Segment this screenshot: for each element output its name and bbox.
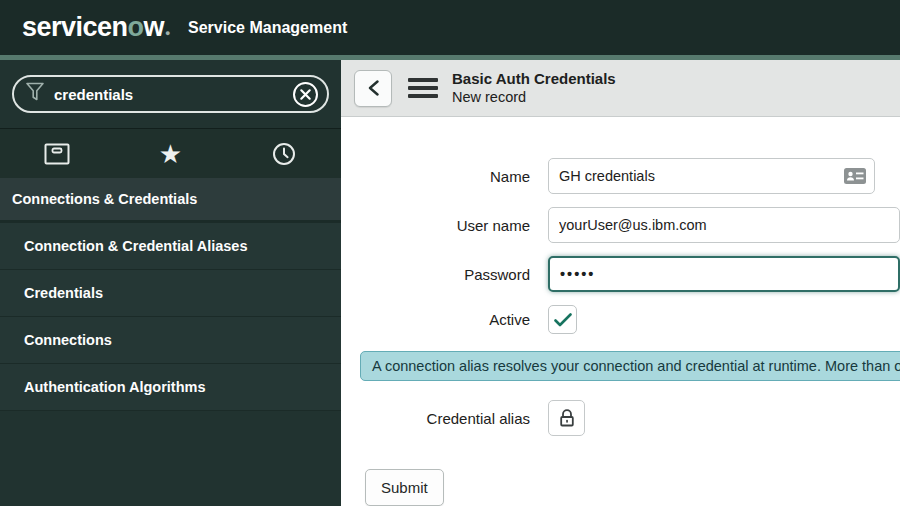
submit-button[interactable]: Submit [365,469,444,506]
tab-all-applications[interactable] [0,129,114,178]
lock-button[interactable] [548,400,585,436]
logo-text-1: servicen [22,12,128,43]
active-label: Active [341,311,530,328]
app-header: servicenow● Service Management [0,0,900,55]
favorites-star-icon: ★ [159,141,182,167]
field-row-active: Active [341,305,900,334]
username-label: User name [341,217,530,234]
name-input[interactable] [548,158,875,194]
credential-alias-label: Credential alias [341,410,530,427]
clear-search-icon[interactable] [292,81,319,108]
tab-favorites[interactable]: ★ [114,129,228,178]
back-chevron-icon [367,80,380,96]
logo-trademark: ● [165,28,170,38]
navigator-search-box[interactable] [12,75,329,113]
product-name: Service Management [188,19,347,37]
name-label: Name [341,168,530,185]
record-subtitle: New record [452,88,616,106]
funnel-icon [26,82,44,106]
record-title-block: Basic Auth Credentials New record [452,70,616,107]
back-button[interactable] [354,70,392,107]
connection-alias-info-banner: A connection alias resolves your connect… [360,351,900,381]
servicenow-logo: servicenow● [22,12,170,43]
record-header-bar: Basic Auth Credentials New record [341,60,900,117]
application-navigator: ★ Connections & Credentials Connection &… [0,60,341,506]
nav-item-connection-credential-aliases[interactable]: Connection & Credential Aliases [0,223,341,270]
field-row-password: Password [341,256,900,292]
reference-lookup-icon[interactable] [843,167,867,185]
nav-section-connections-credentials[interactable]: Connections & Credentials [0,178,341,223]
nav-item-connections[interactable]: Connections [0,317,341,364]
lock-icon [558,408,576,428]
checkmark-icon [554,313,572,327]
password-input[interactable] [548,256,900,292]
record-form: Name User name Password Active [341,117,900,506]
navigator-tabs: ★ [0,128,341,178]
nav-item-credentials[interactable]: Credentials [0,270,341,317]
field-row-name: Name [341,158,900,194]
navigator-search-input[interactable] [54,86,292,103]
logo-text-2: w [144,12,165,43]
nav-item-authentication-algorithms[interactable]: Authentication Algorithms [0,364,341,411]
navigator-search-section [0,60,341,128]
record-form-pane: Basic Auth Credentials New record Name U… [341,60,900,506]
field-row-username: User name [341,207,900,243]
all-applications-box-icon [44,143,70,165]
tab-history[interactable] [227,129,341,178]
password-label: Password [341,266,530,283]
history-clock-icon [272,142,296,166]
record-title: Basic Auth Credentials [452,70,616,89]
active-checkbox[interactable] [548,305,577,334]
form-context-menu-icon[interactable] [408,74,438,102]
username-input[interactable] [548,207,900,243]
field-row-credential-alias: Credential alias [341,400,900,436]
logo-accent-o: o [128,12,144,43]
nav-empty-space [0,411,341,506]
